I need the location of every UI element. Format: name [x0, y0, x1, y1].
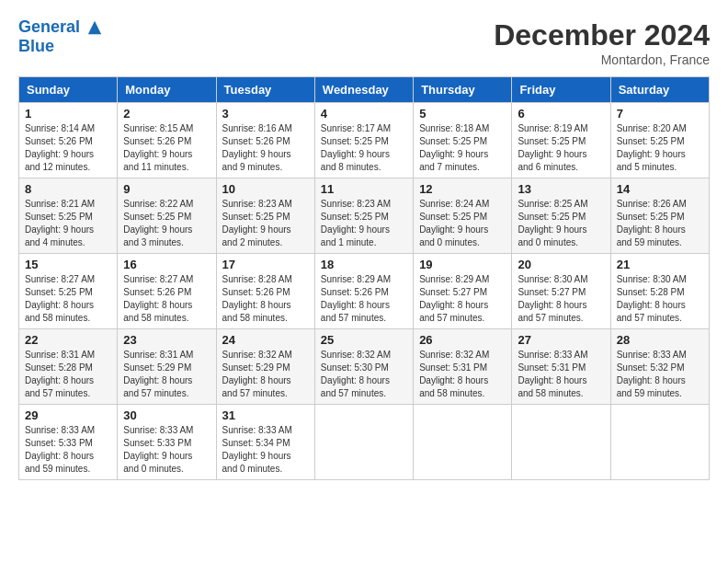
day-number: 20: [518, 258, 604, 271]
table-row: 15 Sunrise: 8:27 AM Sunset: 5:25 PM Dayl…: [19, 254, 118, 329]
day-info: Sunrise: 8:18 AM Sunset: 5:25 PM Dayligh…: [419, 122, 506, 174]
day-info: Sunrise: 8:22 AM Sunset: 5:25 PM Dayligh…: [123, 198, 210, 249]
day-number: 31: [222, 408, 309, 422]
calendar-table: Sunday Monday Tuesday Wednesday Thursday…: [18, 76, 710, 480]
calendar-week-1: 1 Sunrise: 8:14 AM Sunset: 5:26 PM Dayli…: [19, 103, 710, 178]
day-number: 1: [25, 107, 111, 121]
logo-icon: [86, 19, 103, 36]
day-number: 8: [25, 182, 111, 196]
table-row: 21 Sunrise: 8:30 AM Sunset: 5:28 PM Dayl…: [610, 254, 709, 329]
title-block: December 2024 Montardon, France: [494, 18, 710, 67]
table-row: 31 Sunrise: 8:33 AM Sunset: 5:34 PM Dayl…: [216, 405, 314, 480]
table-row: 4 Sunrise: 8:17 AM Sunset: 5:25 PM Dayli…: [314, 103, 413, 178]
table-row: 27 Sunrise: 8:33 AM Sunset: 5:31 PM Dayl…: [512, 329, 610, 405]
calendar-week-3: 15 Sunrise: 8:27 AM Sunset: 5:25 PM Dayl…: [19, 254, 710, 329]
day-number: 29: [25, 408, 111, 422]
table-row: 19 Sunrise: 8:29 AM Sunset: 5:27 PM Dayl…: [414, 254, 512, 329]
table-row: [414, 405, 512, 480]
table-row: 23 Sunrise: 8:31 AM Sunset: 5:29 PM Dayl…: [118, 329, 216, 405]
table-row: 22 Sunrise: 8:31 AM Sunset: 5:28 PM Dayl…: [19, 329, 118, 405]
day-info: Sunrise: 8:30 AM Sunset: 5:27 PM Dayligh…: [518, 273, 604, 325]
calendar-header: Sunday Monday Tuesday Wednesday Thursday…: [19, 77, 710, 103]
table-row: 30 Sunrise: 8:33 AM Sunset: 5:33 PM Dayl…: [118, 405, 216, 480]
table-row: 10 Sunrise: 8:23 AM Sunset: 5:25 PM Dayl…: [216, 178, 314, 254]
day-info: Sunrise: 8:33 AM Sunset: 5:32 PM Dayligh…: [617, 349, 703, 400]
day-number: 18: [321, 258, 407, 271]
table-row: 29 Sunrise: 8:33 AM Sunset: 5:33 PM Dayl…: [19, 405, 118, 480]
day-number: 15: [25, 258, 111, 271]
table-row: 2 Sunrise: 8:15 AM Sunset: 5:26 PM Dayli…: [118, 103, 216, 178]
day-number: 7: [617, 107, 703, 121]
day-info: Sunrise: 8:23 AM Sunset: 5:25 PM Dayligh…: [222, 198, 309, 249]
day-number: 30: [123, 408, 210, 422]
table-row: 13 Sunrise: 8:25 AM Sunset: 5:25 PM Dayl…: [512, 178, 610, 254]
col-saturday: Saturday: [610, 77, 709, 103]
day-info: Sunrise: 8:17 AM Sunset: 5:25 PM Dayligh…: [321, 122, 407, 174]
day-info: Sunrise: 8:33 AM Sunset: 5:33 PM Dayligh…: [123, 424, 210, 476]
calendar-week-5: 29 Sunrise: 8:33 AM Sunset: 5:33 PM Dayl…: [19, 405, 710, 480]
day-number: 28: [617, 333, 703, 347]
col-friday: Friday: [512, 77, 610, 103]
day-number: 6: [518, 107, 604, 121]
table-row: 5 Sunrise: 8:18 AM Sunset: 5:25 PM Dayli…: [414, 103, 512, 178]
day-info: Sunrise: 8:25 AM Sunset: 5:25 PM Dayligh…: [518, 198, 604, 249]
table-row: 17 Sunrise: 8:28 AM Sunset: 5:26 PM Dayl…: [216, 254, 314, 329]
day-number: 17: [222, 258, 309, 271]
day-info: Sunrise: 8:32 AM Sunset: 5:30 PM Dayligh…: [321, 349, 407, 400]
day-number: 24: [222, 333, 309, 347]
day-info: Sunrise: 8:27 AM Sunset: 5:26 PM Dayligh…: [123, 273, 210, 325]
day-number: 2: [123, 107, 210, 121]
day-number: 25: [321, 333, 407, 347]
table-row: 11 Sunrise: 8:23 AM Sunset: 5:25 PM Dayl…: [314, 178, 413, 254]
calendar-body: 1 Sunrise: 8:14 AM Sunset: 5:26 PM Dayli…: [19, 103, 710, 480]
table-row: 9 Sunrise: 8:22 AM Sunset: 5:25 PM Dayli…: [118, 178, 216, 254]
col-tuesday: Tuesday: [216, 77, 314, 103]
day-info: Sunrise: 8:30 AM Sunset: 5:28 PM Dayligh…: [617, 273, 703, 325]
table-row: [610, 405, 709, 480]
table-row: 7 Sunrise: 8:20 AM Sunset: 5:25 PM Dayli…: [610, 103, 709, 178]
day-number: 11: [321, 182, 407, 196]
day-info: Sunrise: 8:21 AM Sunset: 5:25 PM Dayligh…: [25, 198, 111, 249]
day-number: 9: [123, 182, 210, 196]
logo-text: General: [18, 18, 103, 37]
svg-marker-0: [88, 21, 101, 34]
table-row: 1 Sunrise: 8:14 AM Sunset: 5:26 PM Dayli…: [19, 103, 118, 178]
col-monday: Monday: [118, 77, 216, 103]
location: Montardon, France: [494, 52, 710, 67]
day-number: 27: [518, 333, 604, 347]
col-wednesday: Wednesday: [314, 77, 413, 103]
col-thursday: Thursday: [414, 77, 512, 103]
day-info: Sunrise: 8:28 AM Sunset: 5:26 PM Dayligh…: [222, 273, 309, 325]
table-row: 16 Sunrise: 8:27 AM Sunset: 5:26 PM Dayl…: [118, 254, 216, 329]
day-info: Sunrise: 8:33 AM Sunset: 5:31 PM Dayligh…: [518, 349, 604, 400]
page-header: General Blue December 2024 Montardon, Fr…: [18, 18, 710, 67]
day-info: Sunrise: 8:31 AM Sunset: 5:28 PM Dayligh…: [25, 349, 111, 400]
day-number: 23: [123, 333, 210, 347]
day-number: 12: [419, 182, 506, 196]
table-row: 12 Sunrise: 8:24 AM Sunset: 5:25 PM Dayl…: [414, 178, 512, 254]
day-info: Sunrise: 8:26 AM Sunset: 5:25 PM Dayligh…: [617, 198, 703, 249]
day-number: 10: [222, 182, 309, 196]
day-info: Sunrise: 8:27 AM Sunset: 5:25 PM Dayligh…: [25, 273, 111, 325]
day-info: Sunrise: 8:24 AM Sunset: 5:25 PM Dayligh…: [419, 198, 506, 249]
table-row: 28 Sunrise: 8:33 AM Sunset: 5:32 PM Dayl…: [610, 329, 709, 405]
day-info: Sunrise: 8:32 AM Sunset: 5:31 PM Dayligh…: [419, 349, 506, 400]
day-number: 14: [617, 182, 703, 196]
table-row: 8 Sunrise: 8:21 AM Sunset: 5:25 PM Dayli…: [19, 178, 118, 254]
table-row: 24 Sunrise: 8:32 AM Sunset: 5:29 PM Dayl…: [216, 329, 314, 405]
month-title: December 2024: [494, 18, 710, 52]
table-row: 18 Sunrise: 8:29 AM Sunset: 5:26 PM Dayl…: [314, 254, 413, 329]
table-row: 20 Sunrise: 8:30 AM Sunset: 5:27 PM Dayl…: [512, 254, 610, 329]
day-number: 22: [25, 333, 111, 347]
day-number: 19: [419, 258, 506, 271]
logo-line2: Blue: [18, 37, 103, 56]
table-row: [314, 405, 413, 480]
day-info: Sunrise: 8:32 AM Sunset: 5:29 PM Dayligh…: [222, 349, 309, 400]
table-row: [512, 405, 610, 480]
table-row: 14 Sunrise: 8:26 AM Sunset: 5:25 PM Dayl…: [610, 178, 709, 254]
calendar-week-4: 22 Sunrise: 8:31 AM Sunset: 5:28 PM Dayl…: [19, 329, 710, 405]
day-number: 5: [419, 107, 506, 121]
day-info: Sunrise: 8:19 AM Sunset: 5:25 PM Dayligh…: [518, 122, 604, 174]
day-info: Sunrise: 8:20 AM Sunset: 5:25 PM Dayligh…: [617, 122, 703, 174]
table-row: 3 Sunrise: 8:16 AM Sunset: 5:26 PM Dayli…: [216, 103, 314, 178]
